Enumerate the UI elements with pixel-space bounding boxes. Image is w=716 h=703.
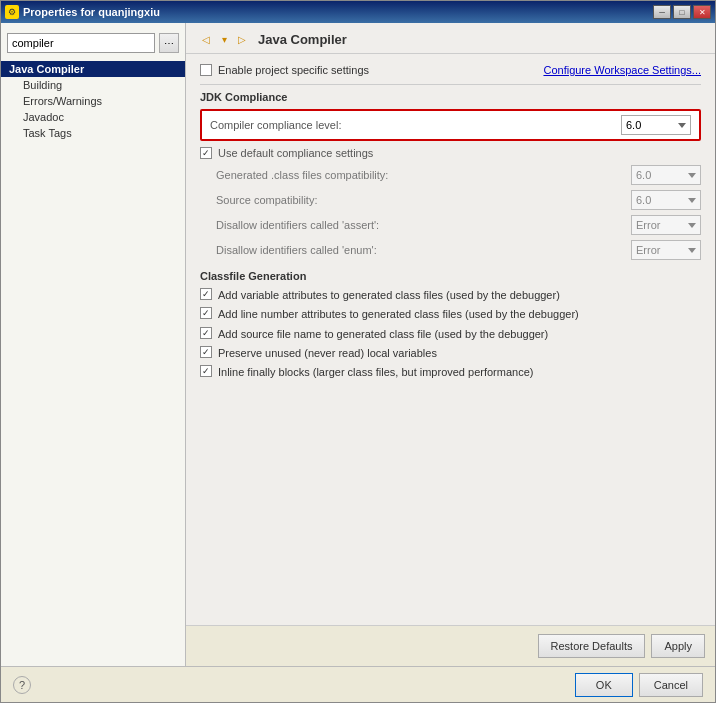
right-panel: ◁ ▾ ▷ Java Compiler Enable project speci… bbox=[186, 23, 715, 666]
enable-project-checkbox[interactable] bbox=[200, 64, 212, 76]
disallow-assert-label: Disallow identifiers called 'assert': bbox=[216, 219, 625, 231]
disallow-enum-label: Disallow identifiers called 'enum': bbox=[216, 244, 625, 256]
enable-project-row: Enable project specific settings Configu… bbox=[200, 64, 701, 76]
enable-project-label: Enable project specific settings bbox=[218, 64, 369, 76]
use-default-checkbox[interactable] bbox=[200, 147, 212, 159]
left-panel: ⋯ Java Compiler Building Errors/Warnings… bbox=[1, 23, 186, 666]
generated-compat-row: Generated .class files compatibility: 6.… bbox=[200, 165, 701, 185]
tree-item-errors-warnings[interactable]: Errors/Warnings bbox=[1, 93, 185, 109]
minimize-button[interactable]: ─ bbox=[653, 5, 671, 19]
window-title: Properties for quanjingxiu bbox=[23, 6, 160, 18]
properties-window: ⚙ Properties for quanjingxiu ─ □ ✕ ⋯ bbox=[0, 0, 716, 703]
classfile-label-2: Add line number attributes to generated … bbox=[218, 307, 579, 321]
restore-button[interactable]: □ bbox=[673, 5, 691, 19]
back-arrow-icon[interactable]: ◁ bbox=[198, 31, 214, 47]
disallow-enum-row: Disallow identifiers called 'enum': Erro… bbox=[200, 240, 701, 260]
window-icon: ⚙ bbox=[5, 5, 19, 19]
classfile-section-header: Classfile Generation bbox=[200, 270, 701, 282]
help-button[interactable]: ? bbox=[13, 676, 31, 694]
generated-compat-select[interactable]: 6.0 bbox=[631, 165, 701, 185]
classfile-checkbox-3[interactable] bbox=[200, 327, 212, 339]
classfile-label-5: Inline finally blocks (larger class file… bbox=[218, 365, 533, 379]
tree-item-java-compiler[interactable]: Java Compiler bbox=[1, 61, 185, 77]
restore-defaults-button[interactable]: Restore Defaults bbox=[538, 634, 646, 658]
classfile-checkbox-1[interactable] bbox=[200, 288, 212, 300]
classfile-option-5: Inline finally blocks (larger class file… bbox=[200, 365, 701, 379]
right-header-left: ◁ ▾ ▷ Java Compiler bbox=[198, 31, 347, 47]
help-icon: ? bbox=[19, 679, 25, 691]
classfile-label-3: Add source file name to generated class … bbox=[218, 327, 548, 341]
tree-item-javadoc[interactable]: Javadoc bbox=[1, 109, 185, 125]
footer: ? OK Cancel bbox=[1, 666, 715, 702]
close-button[interactable]: ✕ bbox=[693, 5, 711, 19]
dropdown-arrow-icon[interactable]: ▾ bbox=[216, 31, 232, 47]
compliance-level-row: Compiler compliance level: 1.3 1.4 1.5 6… bbox=[200, 109, 701, 141]
classfile-option-1: Add variable attributes to generated cla… bbox=[200, 288, 701, 302]
classfile-option-4: Preserve unused (never read) local varia… bbox=[200, 346, 701, 360]
bottom-buttons: Restore Defaults Apply bbox=[186, 625, 715, 666]
classfile-label-4: Preserve unused (never read) local varia… bbox=[218, 346, 437, 360]
search-button[interactable]: ⋯ bbox=[159, 33, 179, 53]
title-bar-left: ⚙ Properties for quanjingxiu bbox=[5, 5, 160, 19]
nav-arrows: ◁ ▾ ▷ bbox=[198, 31, 250, 47]
disallow-assert-row: Disallow identifiers called 'assert': Er… bbox=[200, 215, 701, 235]
title-bar: ⚙ Properties for quanjingxiu ─ □ ✕ bbox=[1, 1, 715, 23]
classfile-option-3: Add source file name to generated class … bbox=[200, 327, 701, 341]
right-content: Enable project specific settings Configu… bbox=[186, 54, 715, 625]
classfile-checkbox-2[interactable] bbox=[200, 307, 212, 319]
tree-item-building[interactable]: Building bbox=[1, 77, 185, 93]
classfile-section: Classfile Generation Add variable attrib… bbox=[200, 270, 701, 379]
source-compat-label: Source compatibility: bbox=[216, 194, 625, 206]
right-header: ◁ ▾ ▷ Java Compiler bbox=[186, 23, 715, 54]
search-input[interactable] bbox=[7, 33, 155, 53]
jdk-section-header: JDK Compliance bbox=[200, 91, 701, 103]
cancel-button[interactable]: Cancel bbox=[639, 673, 703, 697]
apply-button[interactable]: Apply bbox=[651, 634, 705, 658]
compliance-level-label: Compiler compliance level: bbox=[210, 119, 615, 131]
source-compat-row: Source compatibility: 6.0 bbox=[200, 190, 701, 210]
disallow-assert-select[interactable]: Error Warning Ignore bbox=[631, 215, 701, 235]
tree-area: Java Compiler Building Errors/Warnings J… bbox=[1, 57, 185, 660]
compliance-level-select[interactable]: 1.3 1.4 1.5 6.0 7.0 bbox=[621, 115, 691, 135]
disallow-enum-select[interactable]: Error Warning Ignore bbox=[631, 240, 701, 260]
panel-title: Java Compiler bbox=[258, 32, 347, 47]
source-compat-select[interactable]: 6.0 bbox=[631, 190, 701, 210]
footer-buttons: OK Cancel bbox=[575, 673, 703, 697]
classfile-checkbox-4[interactable] bbox=[200, 346, 212, 358]
forward-arrow-icon[interactable]: ▷ bbox=[234, 31, 250, 47]
classfile-checkbox-5[interactable] bbox=[200, 365, 212, 377]
tree-item-task-tags[interactable]: Task Tags bbox=[1, 125, 185, 141]
use-default-label: Use default compliance settings bbox=[218, 147, 373, 159]
classfile-option-2: Add line number attributes to generated … bbox=[200, 307, 701, 321]
divider bbox=[200, 84, 701, 85]
search-row: ⋯ bbox=[1, 29, 185, 57]
generated-compat-label: Generated .class files compatibility: bbox=[216, 169, 625, 181]
search-icon: ⋯ bbox=[164, 38, 174, 49]
title-bar-buttons: ─ □ ✕ bbox=[653, 5, 711, 19]
ok-button[interactable]: OK bbox=[575, 673, 633, 697]
content-area: ⋯ Java Compiler Building Errors/Warnings… bbox=[1, 23, 715, 666]
configure-workspace-link[interactable]: Configure Workspace Settings... bbox=[543, 64, 701, 76]
classfile-label-1: Add variable attributes to generated cla… bbox=[218, 288, 560, 302]
use-default-row: Use default compliance settings bbox=[200, 147, 701, 159]
